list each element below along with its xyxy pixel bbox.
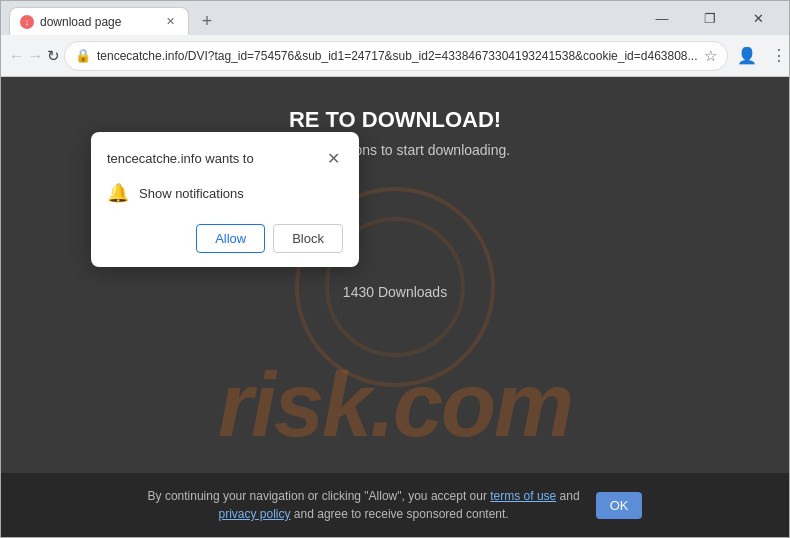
tab-close-button[interactable]: ✕	[162, 14, 178, 30]
block-button[interactable]: Block	[273, 224, 343, 253]
downloads-count: 1430 Downloads	[343, 284, 447, 300]
bg-watermark-text: risk.com	[218, 354, 572, 457]
consent-text: By continuing your navigation or clickin…	[148, 487, 580, 523]
new-tab-button[interactable]: +	[193, 7, 221, 35]
consent-text-part3: and agree to receive sponsored content.	[291, 507, 509, 521]
dialog-title: tencecatche.info wants to	[107, 151, 254, 166]
back-button[interactable]: ←	[9, 40, 24, 72]
terms-link[interactable]: terms of use	[490, 489, 556, 503]
address-bar[interactable]: 🔒 tencecatche.info/DVI?tag_id=754576&sub…	[64, 41, 728, 71]
tab-bar: ↓ download page ✕ +	[9, 1, 221, 35]
dialog-close-button[interactable]: ✕	[323, 148, 343, 168]
privacy-link[interactable]: privacy policy	[219, 507, 291, 521]
permission-row: 🔔 Show notifications	[107, 178, 343, 208]
restore-button[interactable]: ❐	[687, 1, 733, 35]
bell-icon: 🔔	[107, 182, 129, 204]
title-bar: ↓ download page ✕ + — ❐ ✕	[1, 1, 789, 35]
permission-label: Show notifications	[139, 186, 244, 201]
dialog-buttons: Allow Block	[107, 224, 343, 253]
reload-button[interactable]: ↻	[47, 40, 60, 72]
consent-text-part1: By continuing your navigation or clickin…	[148, 489, 491, 503]
browser-frame: ↓ download page ✕ + — ❐ ✕ ← → ↻ 🔒 tencec…	[0, 0, 790, 538]
profile-button[interactable]: 👤	[732, 41, 762, 71]
tab-favicon: ↓	[20, 15, 34, 29]
ok-button[interactable]: OK	[596, 492, 643, 519]
notification-dialog: tencecatche.info wants to ✕ 🔔 Show notif…	[91, 132, 359, 267]
active-tab[interactable]: ↓ download page ✕	[9, 7, 189, 35]
page-headline: RE TO DOWNLOAD!	[289, 107, 501, 133]
omnibox-bar: ← → ↻ 🔒 tencecatche.info/DVI?tag_id=7545…	[1, 35, 789, 77]
minimize-button[interactable]: —	[639, 1, 685, 35]
menu-button[interactable]: ⋮	[764, 41, 790, 71]
consent-bar: By continuing your navigation or clickin…	[1, 473, 789, 537]
tab-label: download page	[40, 15, 156, 29]
omnibox-actions: 👤 ⋮	[732, 41, 790, 71]
dialog-header: tencecatche.info wants to ✕	[107, 148, 343, 168]
forward-button[interactable]: →	[28, 40, 43, 72]
allow-button[interactable]: Allow	[196, 224, 265, 253]
url-text: tencecatche.info/DVI?tag_id=754576&sub_i…	[97, 49, 698, 63]
consent-text-part2: and	[556, 489, 579, 503]
lock-icon: 🔒	[75, 48, 91, 63]
bookmark-icon[interactable]: ☆	[704, 47, 717, 65]
close-button[interactable]: ✕	[735, 1, 781, 35]
window-controls: — ❐ ✕	[639, 1, 781, 35]
page-content: risk.com RE TO DOWNLOAD! ser notificatio…	[1, 77, 789, 537]
